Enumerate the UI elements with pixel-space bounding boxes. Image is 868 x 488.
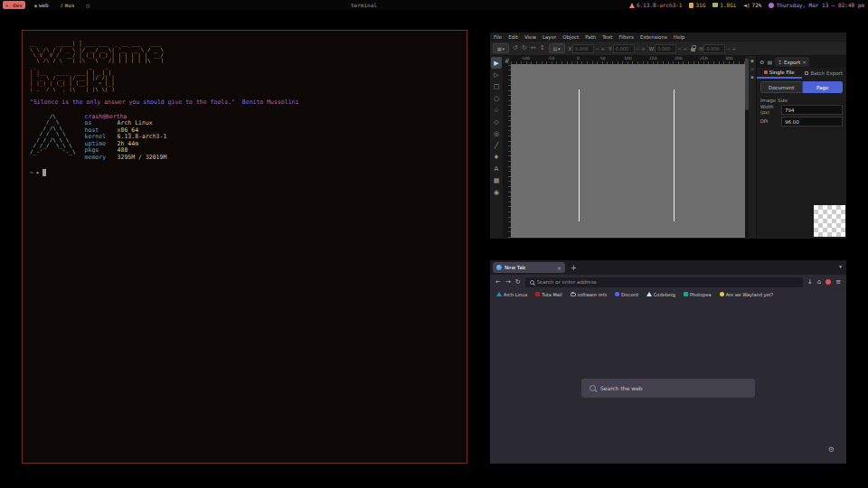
drawing-canvas[interactable] xyxy=(511,64,745,238)
back-button[interactable]: ← xyxy=(495,278,501,286)
lock-ratio-icon[interactable] xyxy=(691,48,695,52)
search-placeholder: Search the web xyxy=(600,385,643,391)
canvas-vscrollbar[interactable] xyxy=(745,56,749,238)
settings-panel-icon[interactable]: ⚙ xyxy=(760,59,764,65)
tab-close-icon[interactable]: × xyxy=(557,265,561,271)
h-input[interactable]: 0.000 xyxy=(703,44,725,53)
snap-option-icon[interactable]: ▪ xyxy=(750,74,753,80)
downloads-button[interactable]: ↓ xyxy=(807,278,813,286)
node-editor-tool-icon[interactable]: ▷ xyxy=(491,69,502,80)
box3d-tool-icon[interactable]: ◇ xyxy=(491,116,502,127)
rotate-ccw-icon[interactable]: ↺ xyxy=(513,45,518,52)
url-bar[interactable]: Search or enter address xyxy=(525,277,803,287)
ruler-corner[interactable] xyxy=(503,56,511,64)
workspace-mus[interactable]: ♪ mus xyxy=(58,1,78,9)
plus-stepper[interactable]: + xyxy=(600,45,605,52)
reload-button[interactable]: ↻ xyxy=(515,278,521,286)
volume-module[interactable]: ◄) 72% xyxy=(743,2,761,8)
bookmark-are-we-wayland-yet[interactable]: Are we Wayland yet? xyxy=(720,292,773,297)
workspace-web[interactable]: ◍ web xyxy=(32,1,52,9)
horizontal-ruler[interactable]: -100 -50 0 50 100 150 200 250 300 xyxy=(511,56,745,64)
star-tool-icon[interactable]: ☆ xyxy=(491,104,502,116)
flip-horizontal-icon[interactable]: ↔ xyxy=(531,45,536,52)
snap-option-icon[interactable]: ▫ xyxy=(750,66,753,71)
close-icon[interactable]: × xyxy=(802,59,807,65)
bookmark-folder-software-refs[interactable]: software refs xyxy=(571,292,607,297)
terminal-window[interactable]: _ __ _____| | ___ ___ _ __ ___ ___ \ \ /… xyxy=(22,30,467,464)
menu-file[interactable]: File xyxy=(494,34,502,40)
width-row: Width (px) 794 xyxy=(760,105,843,115)
forward-button[interactable]: → xyxy=(505,278,511,286)
home-button[interactable]: ⌂ xyxy=(817,278,821,286)
minus-stepper[interactable]: − xyxy=(726,45,731,52)
bookmark-tuta-mail[interactable]: Tuta Mail xyxy=(535,292,561,297)
menu-extensions[interactable]: Extensions xyxy=(640,34,667,40)
dropper-tool-icon[interactable]: ◉ xyxy=(491,186,502,198)
menu-object[interactable]: Object xyxy=(562,34,579,40)
rotate-cw-icon[interactable]: ↻ xyxy=(522,45,527,52)
gradient-tool-icon[interactable]: ▦ xyxy=(491,174,502,186)
width-input[interactable]: 794 xyxy=(781,105,843,115)
menu-help[interactable]: Help xyxy=(674,34,685,40)
bookmarks-bar: Arch Linux Tuta Mail software refs Disco… xyxy=(490,289,846,299)
layers-panel-icon[interactable]: ▤ xyxy=(767,59,772,65)
menu-layer[interactable]: Layer xyxy=(542,34,556,40)
workspace-4[interactable]: □ xyxy=(84,2,92,9)
pencil-tool-icon[interactable]: ╱ xyxy=(491,139,502,151)
dpi-input[interactable]: 96.00 xyxy=(781,117,843,127)
text-tool-icon[interactable]: A xyxy=(491,163,502,174)
menu-view[interactable]: View xyxy=(524,34,536,40)
shell-prompt[interactable]: ~ ▸ xyxy=(30,169,459,176)
y-input[interactable]: 0.000 xyxy=(613,44,635,53)
tab-batch-export[interactable]: Batch Export xyxy=(802,68,847,79)
minus-stepper[interactable]: − xyxy=(595,45,599,52)
menu-filters[interactable]: Filters xyxy=(618,34,634,40)
x-input[interactable]: 0.000 xyxy=(572,44,594,53)
w-input[interactable]: 0.000 xyxy=(655,44,676,53)
tab-new-tab[interactable]: New Tab × xyxy=(493,262,565,273)
plus-stepper[interactable]: + xyxy=(683,45,687,52)
rectangle-tool-icon[interactable]: □ xyxy=(491,80,502,92)
menu-button[interactable]: ≡ xyxy=(835,278,841,286)
workspace-label: web xyxy=(39,2,49,8)
dpi-label: DPI xyxy=(760,119,778,125)
selector-tool-icon[interactable]: ▶ xyxy=(491,57,502,69)
adblock-extension-icon[interactable] xyxy=(826,279,831,285)
minus-stepper[interactable]: − xyxy=(677,45,682,52)
x-label: X xyxy=(569,46,572,52)
circle-tool-icon[interactable]: ○ xyxy=(491,92,502,104)
menu-edit[interactable]: Edit xyxy=(508,34,518,40)
page-border-right[interactable] xyxy=(674,89,675,221)
bookmark-discord[interactable]: Discord xyxy=(615,292,638,297)
export-panel-tab[interactable]: ↥ Export × xyxy=(775,57,809,67)
spiral-tool-icon[interactable]: ◎ xyxy=(491,127,502,139)
vertical-ruler[interactable] xyxy=(503,64,511,238)
scrollbar-thumb[interactable] xyxy=(745,58,749,110)
web-search-box[interactable]: Search the web xyxy=(581,379,755,398)
flip-vertical-icon[interactable]: ↕ xyxy=(540,45,545,52)
new-tab-button[interactable]: + xyxy=(571,264,577,272)
minus-stepper[interactable]: − xyxy=(636,45,640,52)
bookmark-codeberg[interactable]: Codeberg xyxy=(646,292,675,297)
pen-tool-icon[interactable]: ♦ xyxy=(491,151,502,163)
snap-toggle-icon[interactable]: ◆ xyxy=(750,58,754,63)
plus-stepper[interactable]: + xyxy=(641,45,646,52)
bookmark-arch-linux[interactable]: Arch Linux xyxy=(496,292,527,297)
page-border-left[interactable] xyxy=(579,89,580,221)
workspace-dev[interactable]: >_ dev xyxy=(3,1,25,9)
align-dropdown[interactable]: ▤ ▾ xyxy=(549,43,565,53)
browser-window[interactable]: New Tab × + ▾ ← → ↻ Search or enter addr… xyxy=(490,260,846,464)
menu-path[interactable]: Path xyxy=(585,34,596,40)
list-tabs-icon[interactable]: ▾ xyxy=(839,263,842,269)
page-button[interactable]: Page xyxy=(803,81,844,93)
inkscape-window[interactable]: File Edit View Layer Object Path Text Fi… xyxy=(490,33,846,239)
plus-stepper[interactable]: + xyxy=(731,45,736,52)
tab-single-file[interactable]: Single File xyxy=(757,68,802,79)
document-button[interactable]: Document xyxy=(760,81,803,93)
menu-text[interactable]: Text xyxy=(602,34,612,40)
ruler-label: 50 xyxy=(600,56,606,61)
personalize-gear-icon[interactable]: ⚙ xyxy=(828,446,835,454)
select-mode-dropdown[interactable]: ▦ ▾ xyxy=(493,43,509,53)
bookmark-photopea[interactable]: Photopea xyxy=(684,292,712,297)
globe-icon: ◍ xyxy=(34,3,37,8)
